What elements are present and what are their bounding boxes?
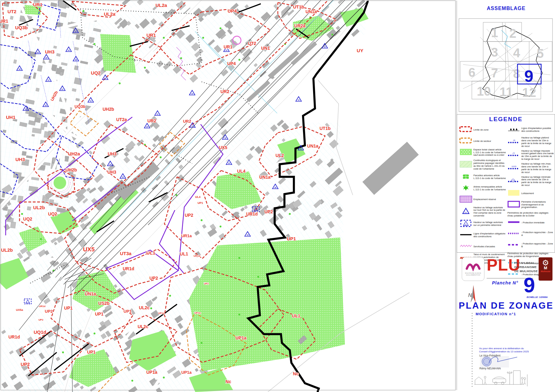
legend-item-label: - Protection rapprochée - Zone B (521, 243, 554, 248)
svg-text:UT1b: UT1b (293, 4, 304, 9)
svg-text:UP2: UP2 (45, 309, 53, 314)
svg-text:8: 8 (513, 67, 520, 81)
svg-text:UP1a: UP1a (181, 370, 192, 375)
svg-text:UH3: UH3 (108, 151, 117, 156)
svg-text:UL1: UL1 (292, 313, 300, 318)
north-arrow-icon: N (468, 285, 476, 303)
legend-item: (7)Hauteur au faîtage imposée suivant ga… (507, 150, 554, 161)
svg-text:18: 18 (45, 104, 47, 106)
svg-text:24: 24 (75, 59, 77, 61)
svg-text:24: 24 (146, 126, 148, 128)
svg-text:UL1: UL1 (180, 251, 188, 256)
svg-text:24: 24 (109, 164, 112, 165)
legend-item: Périmètre d'orientations d'aménagement e… (507, 200, 554, 210)
svg-text:UN1a: UN1a (85, 291, 96, 296)
legend-item: 12.Hauteur au faîtage autorisée sur un p… (459, 219, 506, 229)
legend-item: Lotissement (507, 189, 554, 198)
mulhouse-label: Mulhouse (539, 270, 552, 272)
legende-box: LEGENDE Limite de zoneLimite de secteurE… (457, 114, 555, 253)
svg-text:UP1: UP1 (287, 236, 296, 241)
legende-left-column: Limite de zoneLimite de secteurEspace bo… (459, 125, 506, 266)
svg-text:11: 11 (500, 85, 513, 99)
svg-text:2: 2 (509, 26, 516, 40)
svg-text:15: 15 (324, 46, 326, 48)
oap-symbol-icon (507, 200, 521, 210)
svg-text:UR1: UR1 (33, 2, 43, 7)
svg-text:UR1d: UR1d (194, 255, 200, 257)
triangle-symbol-icon: 12. (459, 207, 473, 216)
svg-text:UP1: UP1 (197, 201, 203, 204)
legend-item-label: Hauteur au faîtage autorisée sur un péri… (473, 221, 506, 227)
svg-text:UR2a: UR2a (294, 23, 306, 28)
svg-text:UR1d: UR1d (9, 334, 20, 339)
hauteur-minimale-symbol-icon: 15 (507, 176, 521, 186)
arcades-symbol-icon (459, 242, 473, 251)
svg-text:UL2b: UL2b (1, 247, 13, 253)
svg-text:UP4: UP4 (227, 8, 237, 14)
legend-item-label: Ligne d'implantation obligatoire des con… (473, 232, 506, 238)
legend-item-label: Arbres remarquables article L.113-1 du c… (473, 186, 506, 191)
legend-item-label: Hauteur au faîtage min./max. dans une ba… (521, 163, 554, 174)
ligne-possible-symbol-icon (507, 125, 521, 135)
svg-text:UL2: UL2 (276, 153, 284, 158)
svg-text:18: 18 (224, 137, 226, 139)
svg-text:UX5: UX5 (219, 145, 227, 150)
svg-text:UP1a: UP1a (146, 370, 157, 375)
svg-text:12/15: 12/15 (512, 165, 517, 167)
svg-text:UL4: UL4 (237, 169, 246, 174)
protection-zoneB-symbol-icon (507, 241, 521, 250)
svg-text:UT2: UT2 (248, 41, 256, 46)
svg-text:UX5: UX5 (83, 246, 95, 253)
legend-item-label: Hauteur au faîtage imposée suivant gabar… (521, 150, 554, 161)
svg-text:UP2: UP2 (204, 282, 209, 285)
legend-item: Servitudes d'arcades (459, 242, 506, 251)
svg-text:UH2b: UH2b (66, 167, 77, 172)
svg-text:UL4: UL4 (195, 195, 200, 199)
svg-text:1: 1 (491, 26, 498, 40)
svg-text:UL2c: UL2c (138, 324, 148, 329)
svg-text:UP1a: UP1a (235, 335, 246, 340)
planche-label: Planche N° (492, 280, 527, 285)
svg-text:UP2: UP2 (264, 209, 273, 214)
legend-item: - Protection rapprochée - Zone A (507, 229, 554, 239)
continuite-symbol-icon (459, 160, 473, 170)
svg-text:18: 18 (274, 187, 276, 188)
svg-text:15: 15 (25, 108, 27, 110)
legend-item: 15Hauteur au faîtage plafond dans une ba… (507, 137, 554, 148)
svg-text:24: 24 (68, 49, 70, 51)
hauteur-plafond-symbol-icon: 15 (507, 137, 521, 147)
signatory-role: Le Vice-Président (479, 354, 501, 357)
svg-text:Nc: Nc (293, 371, 299, 376)
svg-text:UR1d: UR1d (123, 266, 134, 271)
svg-text:UR1: UR1 (0, 19, 8, 24)
legend-item-label: Servitudes d'arcades (473, 245, 495, 248)
protection-immediate-symbol-icon (507, 218, 521, 227)
legend-item: 12/15Hauteur au faîtage min./max. dans u… (507, 163, 554, 174)
plu-sub1: PLAN LOCAL (514, 261, 538, 265)
svg-text:UT1b: UT1b (320, 126, 331, 131)
plu-sub3: DE MULHOUSE (514, 269, 538, 273)
svg-text:12.: 12. (465, 211, 467, 213)
svg-text:US2b: US2b (98, 301, 110, 306)
street-scene-sketch (474, 371, 527, 386)
legend-item: Espace boisé classé article L.113-1 du c… (459, 148, 506, 157)
lotissement-symbol-icon (507, 189, 521, 198)
svg-text:15: 15 (513, 139, 515, 141)
svg-text:UR1d: UR1d (39, 305, 46, 308)
svg-text:21: 21 (226, 49, 227, 51)
legend-item: Limite de zone (459, 125, 506, 135)
legend-item-label: Limite de zone (473, 129, 489, 132)
zone-symbol-icon (459, 125, 473, 135)
svg-text:24: 24 (45, 57, 48, 59)
approval-line1: Vu pour être annexé à la délibération du (479, 347, 539, 350)
legend-item: 15Hauteur au faîtage minimale dans une b… (507, 176, 554, 187)
svg-text:UP1: UP1 (95, 311, 103, 316)
signatory-name: Rémy NEUMANN (479, 367, 501, 370)
svg-text:15: 15 (191, 93, 193, 95)
svg-text:7: 7 (491, 66, 498, 80)
emplacement-symbol-icon (459, 195, 473, 204)
svg-text:UP1: UP1 (87, 350, 95, 355)
svg-text:UQ3b: UQ3b (15, 25, 28, 30)
legend-item: Continuités écologiques et patrimoine pa… (459, 159, 506, 171)
legend-item: - Protection immédiate (507, 218, 554, 227)
